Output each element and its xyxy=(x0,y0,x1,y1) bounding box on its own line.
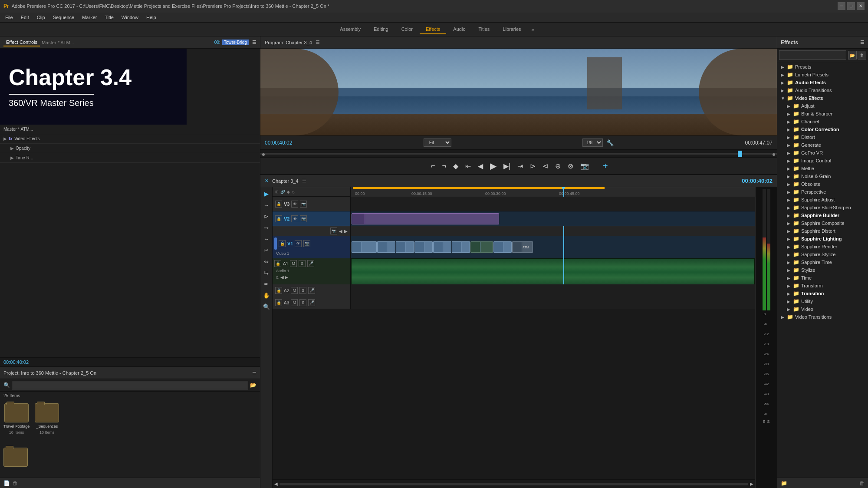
tool-rolling-edit[interactable]: ⊸ xyxy=(262,223,271,232)
v3-track-content[interactable] xyxy=(351,197,755,211)
v3-eye-btn[interactable]: 👁 xyxy=(291,201,298,208)
tool-slip[interactable]: ⇔ xyxy=(262,257,271,266)
ws-tab-color[interactable]: Color xyxy=(395,25,419,34)
eff-noise-grain[interactable]: ▶ 📁 Noise & Grain xyxy=(777,172,868,180)
project-delete-icon[interactable]: 🗑 xyxy=(13,480,18,486)
v1-clip-2[interactable] xyxy=(377,241,395,253)
a3-solo-btn[interactable]: S xyxy=(299,299,306,306)
ws-tab-audio[interactable]: Audio xyxy=(447,25,471,34)
eff-sapphire-lighting[interactable]: ▶ 📁 Sapphire Lighting xyxy=(777,235,868,243)
transport-extract[interactable]: ⊗ xyxy=(566,160,575,172)
monitor-add-button[interactable]: + xyxy=(603,161,608,171)
effects-search-input[interactable] xyxy=(779,50,846,60)
menu-sequence[interactable]: Sequence xyxy=(49,14,78,21)
project-menu-icon[interactable]: ☰ xyxy=(252,370,256,376)
eff-sapphire-builder[interactable]: ▶ 📁 Sapphire Builder xyxy=(777,211,868,219)
v2-camera-btn[interactable]: 📷 xyxy=(300,215,307,222)
eff-presets[interactable]: ▶ 📁 Presets xyxy=(777,63,868,71)
eff-distort[interactable]: ▶ 📁 Distort xyxy=(777,133,868,141)
project-new-bin-icon[interactable]: 📂 xyxy=(250,382,256,388)
window-controls[interactable]: ─ □ ✕ xyxy=(838,2,865,10)
v2-clip[interactable] xyxy=(352,213,499,224)
v2-lock-btn[interactable]: 🔒 xyxy=(275,215,282,222)
ws-tab-libraries[interactable]: Libraries xyxy=(496,25,527,34)
timeline-close-icon[interactable]: ✕ xyxy=(265,178,269,184)
maximize-button[interactable]: □ xyxy=(847,2,855,10)
eff-generate[interactable]: ▶ 📁 Generate xyxy=(777,141,868,149)
v3-lock-btn[interactable]: 🔒 xyxy=(275,201,282,208)
transport-step-back[interactable]: ◀ xyxy=(476,160,485,172)
workspace-more-icon[interactable]: » xyxy=(532,27,534,32)
monitor-fraction-select[interactable]: 1/8 1/4 1/2 Full xyxy=(582,138,603,147)
timeline-scroll-right[interactable]: ▶ xyxy=(750,481,753,486)
eff-sapphire-render[interactable]: ▶ 📁 Sapphire Render xyxy=(777,243,868,251)
v1-clip-1[interactable] xyxy=(352,241,377,253)
ec-opacity-row[interactable]: ▶ Opacity xyxy=(0,144,260,153)
timeline-scrollbar[interactable] xyxy=(279,483,748,485)
tool-razor[interactable]: ✂ xyxy=(262,245,271,255)
eff-transition[interactable]: ▶ 📁 Transition xyxy=(777,290,868,297)
v2-eye-btn[interactable]: 👁 xyxy=(291,215,298,222)
eff-obsolete[interactable]: ▶ 📁 Obsolete xyxy=(777,180,868,188)
transport-play-in-to-out[interactable]: ▶| xyxy=(502,160,512,172)
monitor-fit-select[interactable]: Fit 25% 50% 100% xyxy=(424,138,451,147)
v1-clip-6[interactable] xyxy=(452,241,470,253)
v1-clip-4[interactable] xyxy=(414,241,433,253)
menu-edit[interactable]: Edit xyxy=(17,14,33,21)
eff-audio-transitions[interactable]: ▶ 📁 Audio Transitions xyxy=(777,86,868,94)
eff-sapphire-time[interactable]: ▶ 📁 Sapphire Time xyxy=(777,258,868,266)
transport-lift[interactable]: ⊕ xyxy=(553,160,562,172)
effect-controls-tab[interactable]: Effect Controls xyxy=(3,39,40,46)
menu-window[interactable]: Window xyxy=(118,14,142,21)
ws-tab-effects[interactable]: Effects xyxy=(420,25,446,34)
effects-delete-btn[interactable]: 🗑 xyxy=(858,51,866,59)
tool-hand[interactable]: ✋ xyxy=(262,290,271,300)
timeline-menu-icon[interactable]: ☰ xyxy=(302,178,306,184)
a1-prev-kf[interactable]: ◀ xyxy=(280,275,284,280)
tool-ripple-edit[interactable]: ⊳ xyxy=(262,211,271,221)
effects-delete-btn-bottom[interactable]: 🗑 xyxy=(859,480,865,486)
eff-gopro-vr[interactable]: ▶ 📁 GoPro VR xyxy=(777,149,868,157)
tool-track-select[interactable]: → xyxy=(262,200,271,210)
tool-selection[interactable]: ▶ xyxy=(262,189,271,198)
eff-video-transitions[interactable]: ▶ 📁 Video Transitions xyxy=(777,313,868,321)
v1-clip-7[interactable] xyxy=(470,241,493,253)
eff-utility[interactable]: ▶ 📁 Utility xyxy=(777,297,868,305)
eff-video-effects[interactable]: ▼ 📁 Video Effects xyxy=(777,94,868,102)
v3-camera-btn[interactable]: 📷 xyxy=(300,201,307,208)
eff-channel[interactable]: ▶ 📁 Channel xyxy=(777,118,868,125)
a2-solo-btn[interactable]: S xyxy=(299,287,306,294)
project-item-travel-footage[interactable]: Travel Footage 10 Items xyxy=(3,403,30,441)
monitor-settings-icon[interactable]: ☰ xyxy=(316,40,320,45)
v1-eye-btn[interactable]: 👁 xyxy=(295,240,302,247)
a1-solo-btn[interactable]: S xyxy=(299,260,306,267)
tool-slide[interactable]: ⇆ xyxy=(262,268,271,277)
timeline-scroll-left[interactable]: ◀ xyxy=(274,481,278,486)
a2-lock-btn[interactable]: 🔒 xyxy=(275,287,282,294)
menu-title[interactable]: Title xyxy=(101,14,117,21)
eff-blur-sharpen[interactable]: ▶ 📁 Blur & Sharpen xyxy=(777,110,868,118)
eff-color-correction[interactable]: ▶ 📁 Color Correction xyxy=(777,125,868,133)
eff-adjust[interactable]: ▶ 📁 Adjust xyxy=(777,102,868,110)
a2-mute-btn[interactable]: M xyxy=(291,287,298,294)
timeline-ruler-content[interactable]: 00:00 00:00:15:00 00:00:30:00 00:00:45:0… xyxy=(351,187,755,197)
a3-track-content[interactable] xyxy=(351,297,755,309)
effects-new-folder-btn-bottom[interactable]: 📁 xyxy=(781,480,787,486)
transport-go-out[interactable]: ⇥ xyxy=(516,160,525,172)
a1-mic-btn[interactable]: 🎤 xyxy=(307,260,314,267)
transport-play[interactable]: ▶ xyxy=(488,159,498,173)
eff-stylize[interactable]: ▶ 📁 Stylize xyxy=(777,266,868,274)
v1-lock-btn[interactable]: 🔒 xyxy=(279,240,286,247)
a1-next-kf[interactable]: ▶ xyxy=(285,275,288,280)
a3-mic-btn[interactable]: 🎤 xyxy=(308,299,315,306)
transport-mark-out[interactable]: ¬ xyxy=(441,160,448,171)
monitor-wrench-icon[interactable]: 🔧 xyxy=(606,139,614,146)
transport-mark-in[interactable]: ⌐ xyxy=(429,160,437,171)
a2-mic-btn[interactable]: 🎤 xyxy=(308,287,315,294)
eff-lumetri-presets[interactable]: ▶ 📁 Lumetri Presets xyxy=(777,71,868,79)
menu-marker[interactable]: Marker xyxy=(79,14,100,21)
eff-sapphire-distort[interactable]: ▶ 📁 Sapphire Distort xyxy=(777,227,868,235)
v1-camera-btn[interactable]: 📷 xyxy=(303,240,310,247)
ws-tab-assembly[interactable]: Assembly xyxy=(334,25,367,34)
tool-pen[interactable]: ✒ xyxy=(262,279,271,289)
